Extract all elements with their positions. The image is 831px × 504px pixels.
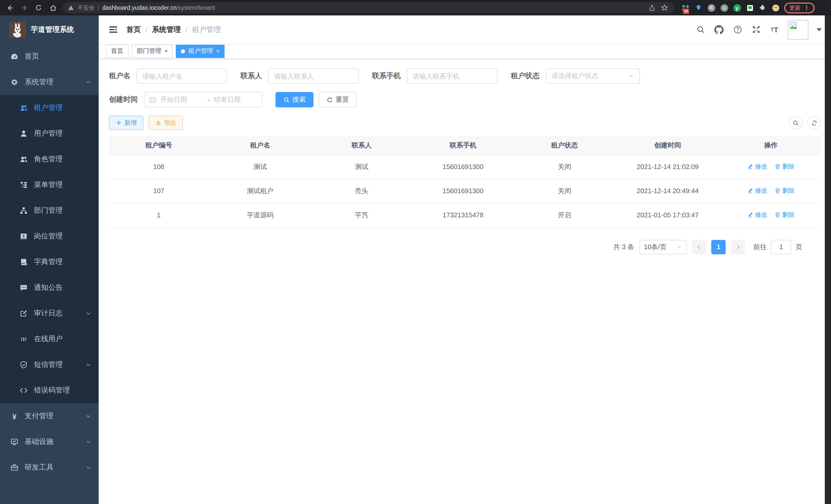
sidebar-collapse-icon[interactable]	[108, 24, 118, 35]
sidebar-item[interactable]: 菜单管理	[0, 172, 99, 198]
create-time-range-picker[interactable]: 开始日期 - 结束日期	[144, 92, 262, 108]
avatar-emoji-icon[interactable]	[771, 4, 780, 12]
tab[interactable]: 首页	[106, 45, 128, 58]
download-icon	[155, 120, 161, 126]
goto-page-input[interactable]	[771, 240, 792, 254]
sidebar-item[interactable]: 首页	[0, 44, 99, 69]
toggle-search-button[interactable]	[789, 116, 802, 129]
chrome-update-button[interactable]: 更新 ⋮	[784, 2, 814, 13]
sidebar-item-label: 菜单管理	[34, 180, 91, 189]
github-icon[interactable]	[714, 24, 724, 35]
delete-icon	[774, 212, 781, 218]
sidebar-item[interactable]: 通知公告	[0, 275, 99, 301]
cell-contact: 测试	[312, 155, 411, 179]
url-bar[interactable]: 不安全 dashboard.yudao.iocoder.cn/system/te…	[63, 2, 674, 13]
sidebar-item[interactable]: 岗位管理	[0, 224, 99, 249]
field-label: 创建时间	[109, 95, 138, 104]
dot-extension-icon[interactable]	[720, 4, 728, 12]
add-button[interactable]: 新增	[109, 116, 143, 130]
sidebar-item[interactable]: 字典管理	[0, 249, 99, 275]
command-extension-icon[interactable]: ⌘	[707, 4, 715, 12]
header-search-icon[interactable]	[695, 24, 706, 35]
chevron-right-icon	[735, 244, 741, 250]
help-icon[interactable]	[732, 24, 743, 35]
sidebar-item[interactable]: 研发工具	[0, 455, 99, 480]
tab[interactable]: 部门管理×	[132, 45, 173, 58]
omnibox-divider	[98, 5, 99, 11]
sidebar-logo[interactable]: 芋道管理系统	[0, 16, 99, 44]
sidebar-item[interactable]: 审计日志	[0, 301, 99, 326]
cell-id: 1	[109, 203, 209, 227]
tab-close-icon[interactable]: ×	[216, 48, 220, 54]
page-size-select[interactable]: 10条/页	[639, 240, 687, 254]
cell-actions: 修改删除	[721, 155, 821, 179]
home-icon[interactable]	[48, 3, 58, 12]
bookmark-star-icon[interactable]	[660, 3, 669, 12]
contact-input[interactable]	[268, 68, 359, 84]
cell-actions: 修改删除	[721, 179, 821, 203]
sidebar-item-label: 岗位管理	[34, 232, 91, 241]
sidebar-item[interactable]: ¥支付管理	[0, 403, 99, 429]
cell-name: 芋道源码	[209, 203, 312, 227]
chrome-menu-icon[interactable]: ⋮	[804, 4, 809, 11]
next-page-button[interactable]	[731, 240, 745, 254]
breadcrumb-home[interactable]: 首页	[126, 25, 141, 34]
font-size-icon[interactable]: TT	[769, 24, 780, 35]
tenant-status-select[interactable]: 请选择租户状态	[546, 68, 640, 84]
sidebar-item[interactable]: 系统管理	[0, 69, 99, 95]
cell-created: 2021-12-14 20:49:44	[614, 179, 721, 203]
sidebar-item[interactable]: 基础设施	[0, 429, 99, 455]
sidebar-item[interactable]: 角色管理	[0, 146, 99, 172]
cell-contact: 秃头	[312, 179, 411, 203]
share-icon[interactable]	[647, 3, 656, 12]
extension-squares-icon[interactable]: 10	[682, 4, 690, 12]
sidebar-item-label: 租户管理	[34, 103, 91, 113]
fullscreen-icon[interactable]	[751, 24, 761, 35]
edit-link[interactable]: 修改	[747, 162, 767, 171]
delete-link[interactable]: 删除	[774, 211, 795, 219]
export-button[interactable]: 导出	[148, 116, 183, 130]
prev-page-button[interactable]	[692, 240, 706, 254]
sidebar-item[interactable]: 错误码管理	[0, 378, 99, 403]
refresh-table-button[interactable]	[807, 116, 821, 129]
dashboard-icon	[10, 52, 19, 61]
chat-extension-icon[interactable]	[746, 4, 754, 12]
delete-link[interactable]: 删除	[774, 186, 795, 195]
edit-link[interactable]: 修改	[747, 211, 767, 219]
sidebar-item[interactable]: 租户管理	[0, 95, 99, 121]
mobile-input[interactable]	[407, 68, 497, 84]
col-status: 租户状态	[515, 136, 614, 155]
forward-icon[interactable]	[20, 3, 29, 12]
delete-link[interactable]: 删除	[774, 162, 795, 171]
tenant-name-input[interactable]	[137, 68, 227, 84]
sidebar-item[interactable]: 在线用户	[0, 326, 99, 352]
tab[interactable]: 租户管理×	[176, 45, 225, 58]
breadcrumb-system[interactable]: 系统管理	[152, 25, 181, 34]
edit-icon	[747, 164, 753, 170]
balloon-extension-icon[interactable]	[694, 4, 703, 12]
search-button[interactable]: 搜索	[276, 92, 314, 108]
search-icon	[792, 119, 799, 126]
chevron-down-icon	[85, 362, 91, 368]
tab-close-icon[interactable]: ×	[165, 48, 168, 54]
chevron-down-icon	[85, 413, 91, 419]
sidebar-item[interactable]: 部门管理	[0, 198, 99, 224]
search-icon	[283, 96, 290, 103]
avatar[interactable]	[788, 20, 808, 39]
edit-link[interactable]: 修改	[747, 186, 767, 195]
sidebar-item[interactable]: 短信管理	[0, 352, 99, 378]
avatar-dropdown-icon[interactable]	[816, 28, 822, 31]
audit-log-icon	[20, 309, 28, 318]
reload-icon[interactable]	[34, 3, 43, 12]
sidebar-item[interactable]: 用户管理	[0, 121, 99, 146]
puzzle-extensions-icon[interactable]	[758, 4, 767, 12]
back-icon[interactable]	[5, 3, 15, 12]
sidebar-item-label: 通知公告	[34, 283, 91, 292]
page-number-button[interactable]: 1	[711, 240, 726, 254]
browser-toolbar: 不安全 dashboard.yudao.iocoder.cn/system/te…	[0, 0, 831, 16]
cell-created: 2021-12-14 21:02:09	[614, 155, 721, 179]
y-extension-icon[interactable]: y	[733, 4, 741, 12]
sidebar: 芋道管理系统 首页系统管理租户管理用户管理角色管理菜单管理部门管理岗位管理字典管…	[0, 16, 99, 504]
edit-icon	[747, 212, 753, 218]
reset-button[interactable]: 重置	[319, 92, 357, 108]
